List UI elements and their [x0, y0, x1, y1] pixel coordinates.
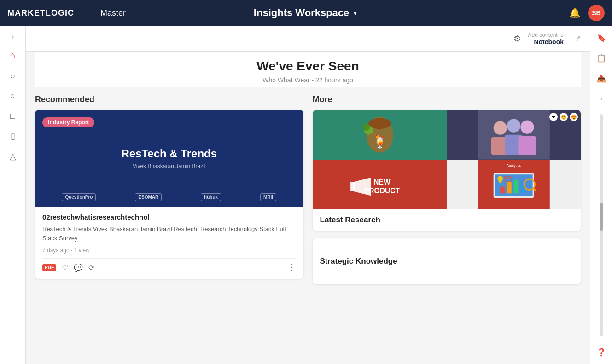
article-meta: Who What Wear - 22 hours ago	[35, 76, 581, 84]
svg-rect-15	[350, 182, 355, 191]
card-doc-title: 02restechwhatisresearchtechnol	[42, 213, 296, 221]
checklist-icon: 📋	[597, 54, 606, 63]
two-column-layout: Recommended Industry Report ResTech & Tr…	[35, 95, 581, 284]
card-actions: PDF ♡ 💬 ⟳ ⋮	[42, 258, 296, 272]
svg-point-8	[507, 119, 520, 133]
latest-research-image-grid: 🍹 ❤ 😊 😍	[313, 110, 581, 209]
latest-research-card-body: Latest Research	[313, 209, 581, 231]
recommended-card[interactable]: Industry Report ResTech & Trends Vivek B…	[35, 110, 303, 279]
sidebar-item-globe[interactable]: ○	[4, 87, 22, 105]
upload-icon: △	[10, 151, 16, 162]
scroll-content: We've Ever Seen Who What Wear - 22 hours…	[26, 52, 590, 364]
industry-badge: Industry Report	[42, 117, 94, 127]
recommended-section: Recommended Industry Report ResTech & Tr…	[35, 95, 303, 284]
share-button[interactable]: ⟳	[88, 263, 94, 272]
scrollbar-thumb[interactable]	[600, 203, 603, 231]
logo-esomar: ESOMAR	[135, 193, 162, 201]
right-sidebar-collapse[interactable]: ›	[593, 90, 610, 107]
logo-mrii: MRII	[260, 193, 276, 201]
logo-hubux: hübux	[201, 193, 221, 201]
sidebar-item-upload[interactable]: △	[4, 147, 22, 166]
right-sidebar-bookmark[interactable]: 🔖	[593, 29, 610, 46]
article-header: We've Ever Seen Who What Wear - 22 hours…	[35, 52, 581, 87]
sidebar-expand-button[interactable]: ›	[8, 29, 17, 44]
logo-text: MARKETLOGIC	[7, 8, 74, 18]
more-options-button[interactable]: ⋮	[288, 262, 296, 272]
search-icon: ⌕	[10, 71, 15, 81]
svg-text:PRODUCT: PRODUCT	[364, 187, 400, 195]
nav-divider	[87, 6, 87, 20]
logo-questionpro: QuestionPro	[62, 193, 96, 201]
article-title: We've Ever Seen	[35, 59, 581, 74]
svg-rect-21	[500, 186, 505, 193]
user-avatar[interactable]: SB	[588, 5, 605, 21]
sidebar-item-search[interactable]: ⌕	[4, 66, 22, 85]
more-label: More	[313, 95, 581, 104]
comment-button[interactable]: 💬	[74, 263, 83, 272]
right-sidebar-help[interactable]: ❓	[593, 344, 610, 360]
svg-point-7	[493, 121, 507, 134]
toolbar: ⚙ Add content to Notebook ⤢	[26, 26, 590, 52]
svg-rect-12	[518, 136, 536, 155]
document-icon: ▯	[11, 131, 15, 141]
globe-icon: ○	[10, 91, 15, 101]
nav-master-label: Master	[100, 8, 126, 18]
more-section: More	[313, 95, 581, 284]
top-navigation: MARKETLOGIC Master Insights Workspace ▼ …	[0, 0, 612, 26]
rec-card-title: ResTech & Trends	[121, 147, 217, 160]
bookmark-icon: 🔖	[597, 34, 606, 42]
nav-right-area: 🔔 SB	[569, 5, 605, 21]
svg-text:Analytics: Analytics	[507, 163, 521, 167]
strategic-knowledge-title: Strategic Knowledge	[320, 257, 397, 266]
notification-bell-icon[interactable]: 🔔	[569, 7, 581, 18]
add-notebook-line1: Add content to	[528, 32, 564, 38]
filter-icon[interactable]: ⚙	[513, 34, 521, 44]
recommended-card-image: Industry Report ResTech & Trends Vivek B…	[35, 110, 303, 207]
svg-rect-23	[513, 179, 518, 193]
add-to-notebook-button[interactable]: Add content to Notebook	[528, 32, 564, 46]
latest-research-card[interactable]: 🍹 ❤ 😊 😍	[313, 110, 581, 231]
image-cell-new-product: NEW PRODUCT	[313, 160, 447, 209]
sidebar-item-learn[interactable]: □	[4, 107, 22, 125]
workspace-dropdown-arrow[interactable]: ▼	[352, 9, 358, 17]
inbox-icon: 📥	[597, 74, 606, 83]
rec-card-logos: QuestionPro ESOMAR hübux MRII	[35, 193, 303, 201]
scrollbar-track[interactable]	[600, 114, 603, 336]
svg-point-9	[520, 120, 534, 133]
pdf-badge: PDF	[42, 264, 56, 271]
svg-rect-22	[507, 182, 512, 193]
toolbar-right: ⚙ Add content to Notebook ⤢	[513, 32, 581, 46]
like-button[interactable]: ♡	[62, 263, 68, 272]
recommended-label: Recommended	[35, 95, 303, 104]
image-cell-analytics: Analytics	[447, 160, 581, 209]
right-sidebar-inbox[interactable]: 📥	[593, 70, 610, 87]
svg-text:🍹: 🍹	[372, 134, 388, 149]
logo-area: MARKETLOGIC Master	[7, 6, 126, 20]
svg-rect-28	[499, 180, 501, 182]
right-sidebar-checklist[interactable]: 📋	[593, 50, 610, 66]
svg-point-4	[362, 123, 370, 131]
home-icon: ⌂	[10, 51, 15, 60]
card-description: ResTech & Trends Vivek Bhaskaran Jamin B…	[42, 225, 296, 243]
help-icon: ❓	[597, 348, 606, 357]
pdf-button[interactable]: PDF	[42, 264, 56, 271]
card-meta: 7 days ago · 1 view	[42, 247, 296, 254]
image-cell-people: ❤ 😊 😍	[447, 110, 581, 160]
content-area: ⚙ Add content to Notebook ⤢ We've Ever S…	[26, 26, 590, 364]
add-notebook-line2: Notebook	[534, 38, 564, 46]
image-cell-cocktail: 🍹	[313, 110, 447, 160]
svg-text:NEW: NEW	[373, 178, 391, 185]
expand-icon[interactable]: ⤢	[575, 34, 581, 43]
strategic-knowledge-card[interactable]: Strategic Knowledge	[313, 238, 581, 284]
recommended-card-body: 02restechwhatisresearchtechnol ResTech &…	[35, 207, 303, 279]
latest-research-title: Latest Research	[320, 215, 574, 225]
right-sidebar: 🔖 📋 📥 › ❓	[590, 26, 612, 364]
svg-point-27	[497, 176, 503, 181]
main-layout: › ⌂ ⌕ ○ □ ▯ △ ⚙ Add content to N	[0, 26, 612, 364]
workspace-title-area[interactable]: Insights Workspace ▼	[254, 7, 358, 19]
sidebar-item-home[interactable]: ⌂	[4, 46, 22, 64]
sidebar-item-docs[interactable]: ▯	[4, 127, 22, 145]
rec-card-authors: Vivek Bhaskaran Jamin Brazil	[133, 163, 206, 169]
workspace-title: Insights Workspace	[254, 7, 349, 19]
left-sidebar: › ⌂ ⌕ ○ □ ▯ △	[0, 26, 26, 364]
